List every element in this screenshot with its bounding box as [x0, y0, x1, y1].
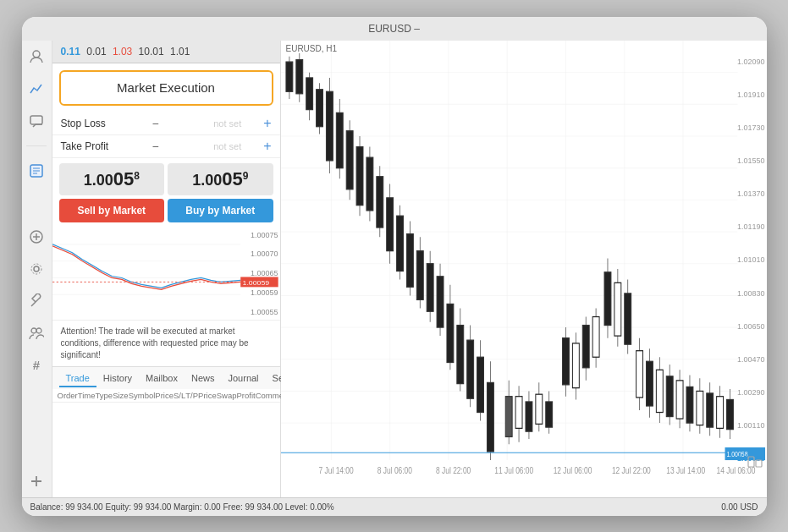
svg-rect-59: [406, 233, 413, 287]
svg-point-6: [31, 328, 36, 333]
svg-rect-115: [706, 392, 713, 426]
svg-rect-87: [562, 337, 569, 384]
svg-rect-85: [545, 401, 552, 426]
market-execution-box: Market Execution: [59, 70, 273, 106]
tool-icon[interactable]: [27, 292, 46, 310]
svg-rect-69: [456, 325, 463, 383]
svg-rect-81: [525, 401, 532, 431]
tab-history[interactable]: History: [96, 370, 139, 387]
svg-rect-53: [376, 176, 383, 227]
window-title: EURUSD –: [32, 23, 757, 35]
y-label-12: 1.00110: [737, 421, 765, 430]
app-window: EURUSD –: [22, 17, 767, 516]
svg-text:12 Jul 22:00: 12 Jul 22:00: [611, 465, 650, 475]
trade-panel: 0.11 0.01 1.03 10.01 1.01 Market Executi…: [52, 41, 281, 497]
col-tp: T/P: [185, 391, 198, 400]
svg-rect-71: [466, 340, 473, 398]
svg-rect-73: [477, 357, 483, 412]
tab-news[interactable]: News: [185, 370, 222, 387]
svg-text:8 Jul 06:00: 8 Jul 06:00: [377, 465, 411, 475]
svg-rect-113: [696, 391, 703, 425]
svg-rect-55: [386, 197, 393, 250]
svg-rect-95: [604, 271, 611, 325]
buy-market-button[interactable]: Buy by Market: [168, 199, 273, 222]
svg-rect-37: [295, 59, 302, 93]
svg-rect-132: [756, 460, 762, 467]
status-left: Balance: 99 934.00 Equity: 99 934.00 Mar…: [30, 502, 334, 512]
svg-rect-41: [316, 89, 322, 126]
icon-sidebar: #: [22, 41, 52, 497]
trades-icon[interactable]: [27, 162, 46, 180]
people-icon[interactable]: [27, 324, 46, 343]
svg-rect-109: [676, 380, 683, 418]
stop-loss-add-button[interactable]: +: [263, 116, 271, 131]
svg-rect-83: [535, 394, 542, 424]
y-label-1: 1.02090: [737, 58, 765, 66]
title-bar: EURUSD –: [22, 17, 767, 41]
warning-text: Attention! The trade will be executed at…: [52, 321, 280, 366]
svg-point-5: [31, 264, 41, 274]
ask-price-main: 1.00: [192, 172, 222, 189]
svg-rect-63: [427, 263, 433, 311]
col-profit: Profit: [236, 391, 255, 400]
chat-bubble-icon[interactable]: [27, 112, 46, 130]
y-label-2: 1.01910: [737, 90, 765, 99]
svg-rect-79: [515, 396, 522, 428]
stop-loss-value: not set: [191, 118, 263, 129]
svg-rect-1: [30, 116, 42, 124]
svg-rect-89: [572, 343, 579, 387]
hash-icon[interactable]: #: [27, 356, 46, 375]
candlestick-chart: 1.00058 7 Jul 14:00 8 Jul 06:00 8 Jul 22…: [281, 41, 767, 497]
svg-rect-107: [666, 376, 673, 416]
col-swap: Swap: [217, 391, 237, 400]
panel-header-symbol: 0.11 0.01 1.03 10.01 1.01: [61, 46, 190, 58]
svg-rect-119: [726, 399, 733, 429]
svg-rect-39: [306, 77, 312, 109]
svg-text:13 Jul 14:00: 13 Jul 14:00: [666, 465, 705, 475]
market-execution-label: Market Execution: [117, 80, 215, 95]
tab-journal[interactable]: Journal: [221, 370, 265, 387]
add-icon[interactable]: [27, 472, 46, 491]
status-right: 0.00 USD: [721, 502, 758, 512]
svg-rect-75: [487, 382, 493, 452]
ask-price-super: 9: [243, 170, 249, 182]
bid-price: 1.00058: [84, 172, 140, 189]
col-price2: Price: [198, 391, 217, 400]
y-label-3: 1.01730: [737, 123, 765, 132]
svg-rect-97: [614, 282, 620, 336]
svg-rect-91: [582, 325, 589, 367]
take-profit-value: not set: [191, 141, 263, 151]
chart-symbol-label: EURUSD, H1: [286, 44, 338, 53]
col-sl: S/L: [174, 391, 185, 400]
svg-rect-49: [356, 146, 363, 205]
bid-price-box: 1.00058: [59, 163, 165, 195]
svg-rect-103: [646, 361, 653, 406]
plus-circle-icon[interactable]: [27, 228, 46, 246]
svg-rect-77: [505, 396, 512, 436]
sidebar-divider: [26, 145, 47, 146]
take-profit-add-button[interactable]: +: [263, 139, 271, 154]
mini-chart-y-labels: 1.00075 1.00070 1.00065 1.00059 1.00055: [251, 228, 278, 320]
sell-market-button[interactable]: Sell by Market: [59, 199, 165, 222]
audio-icon[interactable]: [27, 260, 46, 278]
bid-price-super: 8: [134, 170, 140, 182]
tab-mailbox[interactable]: Mailbox: [139, 370, 185, 387]
svg-point-4: [34, 266, 39, 271]
profile-icon[interactable]: [27, 47, 46, 66]
trade-table-header: Order Time Type Size Symbol Price S/L T/…: [52, 389, 280, 403]
bid-price-pips: 05: [113, 168, 134, 189]
panel-tabs: Trade History Mailbox News Journal Setti…: [52, 366, 280, 389]
y-label-8: 1.00830: [737, 289, 765, 298]
chart-tools: [747, 453, 763, 474]
mini-chart: 1.00059 1.00075 1.00070 1.00065 1.00059 …: [52, 228, 280, 321]
svg-point-0: [33, 51, 40, 58]
tab-trade[interactable]: Trade: [59, 370, 96, 387]
chart-line-icon[interactable]: [27, 80, 46, 98]
chart-tool-icon[interactable]: [747, 453, 763, 470]
svg-rect-111: [686, 387, 692, 423]
ask-price-pips: 05: [222, 168, 242, 189]
bid-price-main: 1.00: [84, 172, 113, 189]
svg-text:8 Jul 22:00: 8 Jul 22:00: [436, 465, 471, 475]
y-label-9: 1.00650: [737, 322, 765, 331]
stop-loss-row: Stop Loss – not set +: [52, 112, 280, 135]
